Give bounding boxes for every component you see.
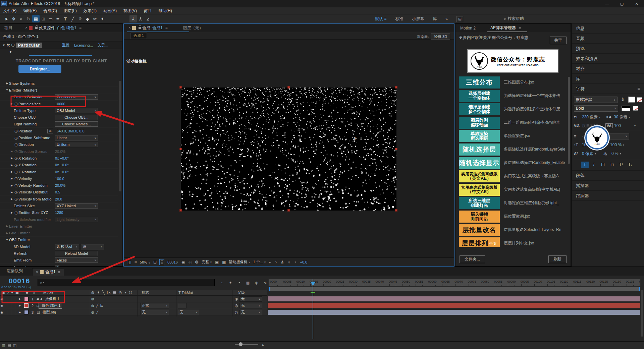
leading-value[interactable]: 30 — [614, 115, 618, 119]
script-button[interactable]: 三维分布 — [459, 76, 500, 89]
property-button[interactable]: Choose Names... — [55, 121, 98, 127]
exposure-reset-icon[interactable]: ◔ — [294, 260, 296, 265]
fill-color-swatch[interactable] — [628, 97, 636, 103]
panel-跟踪器[interactable]: 跟踪器 — [572, 191, 644, 201]
flowchart-icon[interactable]: ♁ — [287, 260, 290, 265]
about-link[interactable]: 关于... — [98, 43, 108, 48]
stroke-color-swatch[interactable] — [637, 97, 642, 102]
font-size-value[interactable]: 230 — [582, 115, 589, 119]
script-button[interactable]: 层层排列中文 — [459, 237, 500, 247]
work-area-start-handle[interactable] — [269, 287, 270, 291]
work-area-bar[interactable] — [268, 287, 641, 291]
resolution-dropdown[interactable]: 完整 ∨ — [202, 259, 212, 265]
layer-bar-1[interactable] — [268, 296, 640, 301]
puppet-pin-tool-icon[interactable]: ✦ — [99, 15, 106, 22]
script-button[interactable]: 单独渲染所选图层 — [459, 130, 500, 142]
tab-close-icon[interactable]: × — [36, 270, 38, 275]
selection-handle[interactable] — [395, 86, 397, 89]
timeline-search-input[interactable]: ⌕▾ — [38, 279, 215, 286]
eraser-tool-icon[interactable]: ◆ — [84, 15, 91, 22]
timeline-toggle-1[interactable]: ✦ — [227, 280, 234, 286]
script-button[interactable]: 所选三维层创建灯光 — [459, 197, 500, 209]
trkmat-box[interactable] — [178, 303, 186, 308]
script-button[interactable]: 图层阵列偏移动画 — [459, 117, 500, 129]
exposure-value[interactable]: +0.0 — [300, 260, 308, 264]
left-panel-scrollbar[interactable] — [119, 81, 121, 191]
stopwatch-icon[interactable]: ◷ — [14, 197, 18, 201]
workspace-tab-»[interactable]: » — [445, 17, 448, 21]
property-value[interactable]: 20.0% — [55, 183, 65, 187]
work-area-end-handle[interactable] — [639, 287, 640, 291]
panel-音频[interactable]: 音频 — [572, 34, 644, 44]
workspace-tab-标准[interactable]: 标准 — [395, 16, 403, 22]
panel-对齐[interactable]: 对齐 — [572, 64, 644, 74]
zoom-tool-icon[interactable]: ⌕ — [17, 15, 25, 22]
expander-icon[interactable]: ▶ — [10, 157, 14, 160]
camera-view-dropdown[interactable]: 活动摄像机 ∨ — [229, 259, 251, 265]
position-target-icon[interactable]: ⊕ — [47, 129, 53, 133]
tab-close-icon[interactable]: × — [25, 25, 28, 30]
expander-icon[interactable]: ▶ — [10, 102, 14, 105]
panel-menu-icon[interactable]: ≡ — [79, 25, 82, 30]
stopwatch-icon[interactable]: ◷ — [14, 170, 18, 174]
layer-color-chip[interactable] — [24, 297, 29, 301]
stopwatch-icon[interactable]: ◷ — [14, 176, 18, 181]
selection-handle[interactable] — [395, 209, 397, 212]
workspace-grid-icon[interactable]: ⊞ — [457, 16, 463, 22]
panel-menu-icon[interactable]: ≡ — [165, 25, 168, 30]
stopwatch-icon[interactable]: ◷ — [14, 190, 18, 194]
property-value[interactable]: 0x +0.0° — [55, 170, 69, 174]
script-button[interactable]: 层批量改名 — [459, 224, 500, 236]
layer-row-3[interactable]: ◉▶3▤模型.obj◍╱无∨无∨◎无∨ — [0, 309, 267, 316]
type-toggle-2[interactable]: TT — [599, 162, 607, 168]
expander-icon[interactable]: ▶ — [5, 232, 9, 235]
tab-composition[interactable]: 合成 — [142, 25, 150, 31]
show-snapshot-icon[interactable]: ◎ — [188, 260, 192, 265]
expander-icon[interactable]: ▼ — [5, 238, 9, 241]
panel-效果和预设[interactable]: 效果和预设 — [572, 54, 644, 64]
property-dropdown[interactable]: Continuous∨ — [55, 94, 98, 100]
selection-handle[interactable] — [179, 148, 182, 150]
expander-icon[interactable]: ▶ — [5, 225, 9, 228]
expander-icon[interactable]: ▼ — [5, 89, 9, 92]
av-toggle[interactable] — [8, 297, 12, 301]
property-button[interactable]: Reload Model — [55, 251, 98, 256]
timeline-zoom-knob[interactable] — [239, 342, 243, 346]
property-value[interactable]: 20.0% — [55, 150, 65, 154]
font-family-select[interactable]: 微软雅黑∨ — [574, 97, 618, 103]
pen-tool-icon[interactable]: ✒ — [54, 15, 62, 22]
horizontal-scale-value[interactable]: 100 % — [610, 142, 622, 147]
type-toggle-4[interactable]: T¹ — [617, 162, 625, 168]
storage-icon[interactable]: ▤ — [7, 343, 11, 348]
mode-column[interactable]: 模式 — [142, 290, 149, 295]
script-button[interactable]: 随机选择显示 — [459, 157, 500, 169]
parent-dropdown[interactable]: 无∨ — [239, 310, 262, 315]
timeline-zoom-slider[interactable] — [235, 344, 258, 345]
tab-motion2[interactable]: Motion 2 — [460, 26, 476, 31]
channels-icon[interactable]: ❂ — [195, 260, 199, 265]
world-axis-mode-icon[interactable]: ⅄ — [137, 15, 144, 22]
local-axis-mode-icon[interactable]: ⅄ — [129, 15, 137, 22]
menu-item-视图(V)[interactable]: 视图(V) — [120, 7, 140, 14]
property-dropdown[interactable]: Uniform∨ — [55, 142, 98, 147]
parent-dropdown[interactable]: 无∨ — [239, 303, 262, 308]
blend-mode-dropdown[interactable]: 无∨ — [140, 310, 169, 315]
property-value[interactable]: 640.0, 360.0, 0.0 — [57, 129, 85, 133]
tab-script-manager[interactable]: AE脚本管理器 — [490, 25, 516, 31]
magnification-dropdown[interactable]: 50% ∨ — [140, 260, 150, 264]
view-axis-mode-icon[interactable]: ⊿ — [144, 15, 152, 22]
safe-margins-icon[interactable]: ⊡ — [153, 260, 157, 265]
selection-handle[interactable] — [179, 209, 182, 212]
designer-button[interactable]: Designer... — [18, 65, 61, 73]
time-ruler[interactable]: 0000000050001000015000200002500030000350… — [268, 279, 641, 286]
blend-mode-dropdown[interactable]: 正常∨ — [140, 303, 169, 308]
pan-behind-tool-icon[interactable]: ⊞ — [40, 15, 47, 22]
tab-close-icon[interactable]: × — [128, 25, 131, 30]
eye-icon[interactable]: ◉ — [0, 303, 4, 308]
timeline-toggle-3[interactable]: ▦ — [244, 280, 252, 286]
timeline-toggle-2[interactable]: ◔ — [235, 280, 243, 286]
timeline-toggle-5[interactable]: ∿ — [262, 280, 269, 286]
selection-handle[interactable] — [287, 86, 290, 89]
parent-column[interactable]: 父级 — [237, 290, 245, 295]
roto-brush-tool-icon[interactable]: ✑ — [91, 15, 99, 22]
